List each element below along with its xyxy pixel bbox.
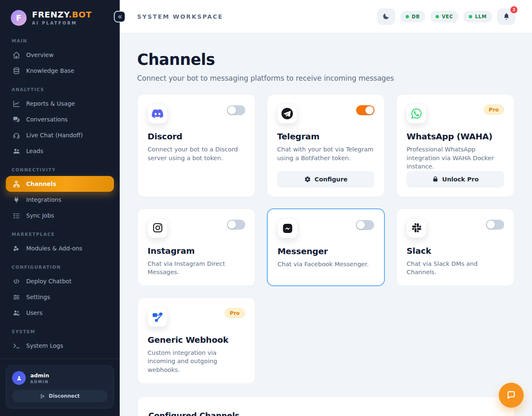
gear-icon [304,176,311,183]
sidebar-item-channels[interactable]: Channels [6,176,114,192]
section-title-connectivity: CONNECTIVITY [12,167,108,172]
section-title-main: MAIN [12,38,108,43]
plug-icon [12,196,20,204]
channel-description: Custom integration via incoming and outg… [148,349,245,374]
sidebar-nav: MAIN Overview Knowledge Base ANALYTICS R… [0,33,120,359]
channel-description: Connect your bot to a Discord server usi… [148,145,245,162]
sidebar-item-label: Live Chat (Handoff) [26,132,83,139]
logout-icon [40,394,45,399]
user-card: admin ADMIN Disconnect [6,365,114,409]
configured-channels-title: Configured Channels [148,411,503,416]
instagram-icon [148,218,167,238]
sidebar-item-sync-jobs[interactable]: Sync Jobs [6,208,114,223]
sidebar-item-label: System Logs [26,342,63,349]
sidebar-item-label: Knowledge Base [26,67,74,74]
page-title: Channels [137,51,515,69]
channel-title: Discord [148,131,245,141]
sidebar-item-label: Deploy Chatbot [26,278,71,285]
chat-bubble-icon [505,389,517,401]
telegram-icon [277,104,297,124]
slack-toggle[interactable] [486,220,504,230]
sidebar-item-label: Modules & Add-ons [26,245,82,252]
sidebar-item-overview[interactable]: Overview [6,47,114,63]
configure-button[interactable]: Configure [277,171,375,188]
chart-icon [12,100,20,108]
channel-card-whatsapp: Pro WhatsApp (WAHA) Professional WhatsAp… [396,94,515,197]
user-area: admin ADMIN Disconnect [0,359,120,416]
channel-card-generic-webhook: Pro Generic Webhook Custom integration v… [137,297,256,384]
status-badge-db: DB [400,11,426,22]
users-icon [12,147,20,155]
telegram-toggle[interactable] [356,105,374,115]
channel-title: Instagram [148,246,245,256]
channel-card-instagram: Instagram Chat via Instagram Direct Mess… [137,208,256,286]
brand-name: FRENZY.BOT [32,10,92,19]
sidebar-item-deploy-chatbot[interactable]: Deploy Chatbot [6,273,114,289]
brand: F FRENZY.BOT AI PLATFORM [0,0,120,33]
sidebar-item-conversations[interactable]: Conversations [6,111,114,127]
whatsapp-icon [406,104,426,124]
pro-badge: Pro [483,104,504,115]
sidebar-item-leads[interactable]: Leads [6,143,114,159]
sidebar-item-label: Overview [26,52,54,58]
home-icon [12,51,20,59]
channel-card-messenger[interactable]: Messenger Chat via Facebook Messenger. [267,208,385,286]
user-name: admin [30,372,49,379]
sidebar-item-label: Channels [26,181,56,187]
sidebar-item-label: Integrations [26,196,61,203]
brand-logo: F [11,10,27,26]
lock-icon [432,176,438,182]
unlock-pro-button[interactable]: Unlock Pro [406,171,504,188]
channel-description: Chat via Facebook Messenger. [278,260,374,269]
sidebar-item-label: Leads [26,148,43,154]
channel-description: Chat with your bot via Telegram using a … [277,145,375,162]
modules-icon [12,245,20,253]
page-subtitle: Connect your bot to messaging platforms … [137,74,515,82]
notifications-button[interactable]: 3 [497,8,515,25]
users-gear-icon [12,309,20,317]
content: Channels Connect your bot to messaging p… [120,33,532,416]
messenger-icon [278,218,298,238]
channel-grid: Discord Connect your bot to a Discord se… [137,94,515,384]
discord-icon [148,104,167,124]
channel-title: Messenger [278,246,374,256]
brand-tagline: AI PLATFORM [32,21,92,25]
messenger-toggle[interactable] [356,220,374,230]
section-title-configuration: CONFIGURATION [12,265,108,270]
sidebar-collapse-button[interactable] [114,11,126,22]
sidebar-item-users[interactable]: Users [6,305,114,321]
chat-launcher-button[interactable] [499,383,524,408]
sidebar-item-reports-usage[interactable]: Reports & Usage [6,96,114,111]
chevrons-left-icon [117,14,123,20]
moon-icon [382,12,390,20]
checklist-icon [12,212,20,220]
user-role: ADMIN [30,380,49,384]
headset-icon [12,131,20,139]
channel-title: Generic Webhook [148,335,245,345]
sidebar-item-knowledge-base[interactable]: Knowledge Base [6,63,114,79]
disconnect-button[interactable]: Disconnect [12,390,108,402]
code-icon [12,277,20,285]
channel-title: WhatsApp (WAHA) [406,131,504,141]
sliders-icon [12,293,20,301]
sidebar-item-settings[interactable]: Settings [6,289,114,305]
user-avatar [12,371,26,385]
channel-card-telegram: Telegram Chat with your bot via Telegram… [267,94,385,197]
discord-toggle[interactable] [227,105,245,115]
topbar: SYSTEM WORKSPACE DB VEC LLM 3 [120,0,532,33]
sidebar-item-label: Reports & Usage [26,100,75,107]
theme-toggle-button[interactable] [377,8,395,25]
status-badge-llm: LLM [463,11,492,22]
bell-icon [502,12,510,20]
sidebar-item-label: Users [26,310,42,316]
sidebar-item-live-chat[interactable]: Live Chat (Handoff) [6,127,114,143]
sidebar-item-integrations[interactable]: Integrations [6,192,114,208]
section-title-marketplace: MARKETPLACE [12,232,108,237]
instagram-toggle[interactable] [227,220,245,230]
sidebar-item-system-logs[interactable]: System Logs [6,338,114,354]
notification-count-badge: 3 [510,6,517,13]
sidebar-item-modules[interactable]: Modules & Add-ons [6,240,114,256]
sidebar-item-label: Conversations [26,116,68,123]
configured-channels-panel: Configured Channels [137,396,515,416]
channel-description: Chat via Slack DMs and Channels. [406,260,504,277]
